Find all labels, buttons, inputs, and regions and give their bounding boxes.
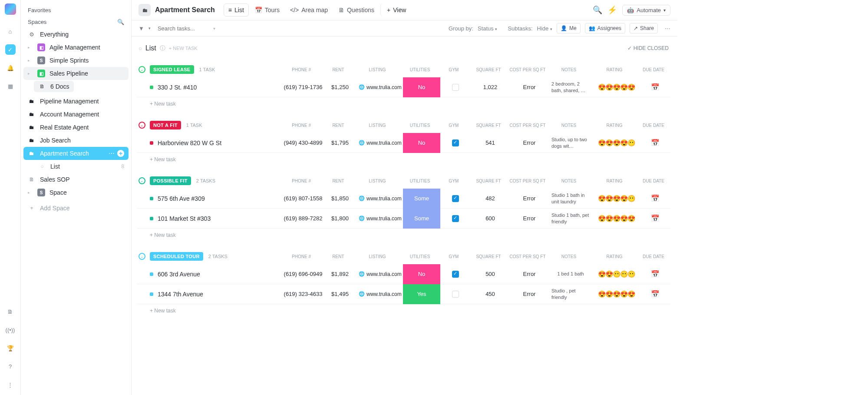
tab-add-view[interactable]: +View xyxy=(380,3,410,17)
space-agile[interactable]: ▸ ◧ Agile Management xyxy=(23,41,129,54)
collapse-icon[interactable]: ⌄ xyxy=(139,122,145,129)
due-date-cell[interactable]: 📅 xyxy=(640,133,670,153)
groupby-select[interactable]: Status ▾ xyxy=(478,25,497,32)
status-badge[interactable]: SCHEDULED TOUR xyxy=(150,252,203,261)
due-date-cell[interactable]: 📅 xyxy=(640,189,670,209)
collapse-icon[interactable]: ⌄ xyxy=(139,253,145,260)
checkbox[interactable] xyxy=(452,271,459,278)
due-date-cell[interactable]: 📅 xyxy=(640,284,670,304)
cost-cell[interactable]: Error xyxy=(510,77,549,97)
task-name[interactable]: 575 6th Ave #309 xyxy=(158,195,281,202)
rent-cell[interactable]: $1,892 xyxy=(325,264,355,284)
utilities-cell[interactable]: No xyxy=(403,77,440,97)
checkbox[interactable] xyxy=(452,195,459,202)
folder-job-search[interactable]: 🖿 Job Search xyxy=(23,134,129,147)
status-badge[interactable]: POSSIBLE FIT xyxy=(150,176,191,185)
cost-cell[interactable]: Error xyxy=(510,264,549,284)
space-space[interactable]: ▸ S Space xyxy=(23,186,129,199)
listing-cell[interactable]: www.trulia.com xyxy=(355,77,403,97)
rating-cell[interactable]: 😍😍😍😍😶 xyxy=(592,189,640,209)
app-logo[interactable] xyxy=(5,3,16,15)
notes-cell[interactable]: 2 bedroom, 2 bath, shared, … xyxy=(549,77,592,97)
collapse-icon[interactable]: ⌄ xyxy=(139,66,145,73)
tab-list[interactable]: ≡List xyxy=(224,3,249,17)
gym-cell[interactable] xyxy=(440,77,471,97)
cost-cell[interactable]: Error xyxy=(510,284,549,304)
checkbox[interactable] xyxy=(452,84,459,91)
notes-cell[interactable]: Studio, up to two dogs wit… xyxy=(549,133,592,153)
new-task-inline[interactable]: + NEW TASK xyxy=(169,46,198,51)
docs-count[interactable]: 🗎 6 Docs xyxy=(34,81,74,92)
goals-icon[interactable]: 🏆 xyxy=(5,343,16,353)
utilities-cell[interactable]: No xyxy=(403,133,440,153)
notes-cell[interactable]: 1 bed 1 bath xyxy=(549,264,592,284)
rent-cell[interactable]: $1,800 xyxy=(325,209,355,229)
group-header[interactable]: ⌄ SCHEDULED TOUR 2 TASKS PHONE # RENT LI… xyxy=(137,249,670,264)
group-header[interactable]: ⌄ POSSIBLE FIT 2 TASKS PHONE # RENT LIST… xyxy=(137,173,670,189)
more-icon[interactable]: ⋯ xyxy=(109,150,115,157)
utilities-cell[interactable]: Some xyxy=(403,209,440,229)
phone-cell[interactable]: (619) 719-1736 xyxy=(281,77,325,97)
apps-icon[interactable]: ▦ xyxy=(5,81,16,91)
notifications-icon[interactable]: 🔔 xyxy=(5,63,16,73)
space-simple-sprints[interactable]: ▸ S Simple Sprints xyxy=(23,54,129,67)
rating-cell[interactable]: 😍😍😍😍😍 xyxy=(592,284,640,304)
notes-cell[interactable]: Studio 1 bath in unit laundry xyxy=(549,189,592,209)
utilities-cell[interactable]: Some xyxy=(403,189,440,209)
gym-cell[interactable] xyxy=(440,284,471,304)
list-item[interactable]: ○ List 8 xyxy=(23,160,129,173)
cost-cell[interactable]: Error xyxy=(510,133,549,153)
listing-cell[interactable]: www.trulia.com xyxy=(355,284,403,304)
phone-cell[interactable]: (949) 430-4899 xyxy=(281,133,325,153)
new-task-button[interactable]: + New task xyxy=(137,97,670,110)
sqft-cell[interactable]: 450 xyxy=(471,284,510,304)
task-name[interactable]: 101 Market St #303 xyxy=(158,215,281,222)
hide-closed-toggle[interactable]: ✓ HIDE CLOSED xyxy=(627,45,669,51)
rating-cell[interactable]: 😍😍😶😶😶 xyxy=(592,264,640,284)
search-icon[interactable]: 🔍 xyxy=(593,5,602,15)
rent-cell[interactable]: $1,495 xyxy=(325,284,355,304)
rent-cell[interactable]: $1,850 xyxy=(325,189,355,209)
group-header[interactable]: ⌄ NOT A FIT 1 TASK PHONE # RENT LISTING … xyxy=(137,117,670,133)
sqft-cell[interactable]: 541 xyxy=(471,133,510,153)
due-date-cell[interactable]: 📅 xyxy=(640,209,670,229)
notes-cell[interactable]: Studio 1 bath, pet friendly xyxy=(549,209,592,229)
rent-cell[interactable]: $1,795 xyxy=(325,133,355,153)
phone-cell[interactable]: (619) 323-4633 xyxy=(281,284,325,304)
new-task-button[interactable]: + New task xyxy=(137,304,670,317)
chevron-down-icon[interactable]: ▾ xyxy=(213,26,215,31)
status-badge[interactable]: SIGNED LEASE xyxy=(150,65,194,74)
phone-cell[interactable]: (619) 807-1558 xyxy=(281,189,325,209)
checkbox[interactable] xyxy=(452,215,459,222)
gym-cell[interactable] xyxy=(440,133,471,153)
pulse-icon[interactable]: ((•)) xyxy=(5,325,16,335)
task-name[interactable]: 330 J St. #410 xyxy=(158,84,281,91)
folder-real-estate-agent[interactable]: 🖿 Real Estate Agent xyxy=(23,121,129,134)
phone-cell[interactable]: (619) 696-0949 xyxy=(281,264,325,284)
more-icon[interactable]: ⋯ xyxy=(665,25,670,32)
help-icon[interactable]: ? xyxy=(5,361,16,372)
tab-questions[interactable]: 🗎Questions xyxy=(334,3,379,17)
space-sales-pipeline[interactable]: ▸ ◧ Sales Pipeline xyxy=(23,67,129,80)
add-space[interactable]: + Add Space xyxy=(23,202,129,215)
search-input[interactable] xyxy=(158,25,210,32)
info-icon[interactable]: ⓘ xyxy=(160,44,165,52)
new-task-button[interactable]: + New task xyxy=(137,229,670,242)
utilities-cell[interactable]: No xyxy=(403,264,440,284)
filter-icon[interactable]: ▼ xyxy=(139,25,144,32)
due-date-cell[interactable]: 📅 xyxy=(640,264,670,284)
notes-cell[interactable]: Studio , pet friendly xyxy=(549,284,592,304)
assignees-filter[interactable]: 👥Assignees xyxy=(585,23,625,33)
share-button[interactable]: ↗Share xyxy=(630,23,658,33)
group-header[interactable]: ⌄ SIGNED LEASE 1 TASK PHONE # RENT LISTI… xyxy=(137,62,670,77)
collapse-icon[interactable]: ⌄ xyxy=(139,177,145,184)
more-icon[interactable]: ⋮ xyxy=(5,379,16,390)
task-name[interactable]: 606 3rd Avenue xyxy=(158,271,281,278)
task-row[interactable]: 606 3rd Avenue (619) 696-0949 $1,892 www… xyxy=(137,264,670,284)
docs-icon[interactable]: 🗎 xyxy=(5,306,16,317)
bolt-icon[interactable]: ⚡ xyxy=(607,5,617,15)
add-icon[interactable]: + xyxy=(117,150,124,157)
doc-sales-sop[interactable]: 🗎 Sales SOP xyxy=(23,173,129,186)
folder-pipeline-management[interactable]: 🖿 Pipeline Management xyxy=(23,95,129,108)
gym-cell[interactable] xyxy=(440,264,471,284)
